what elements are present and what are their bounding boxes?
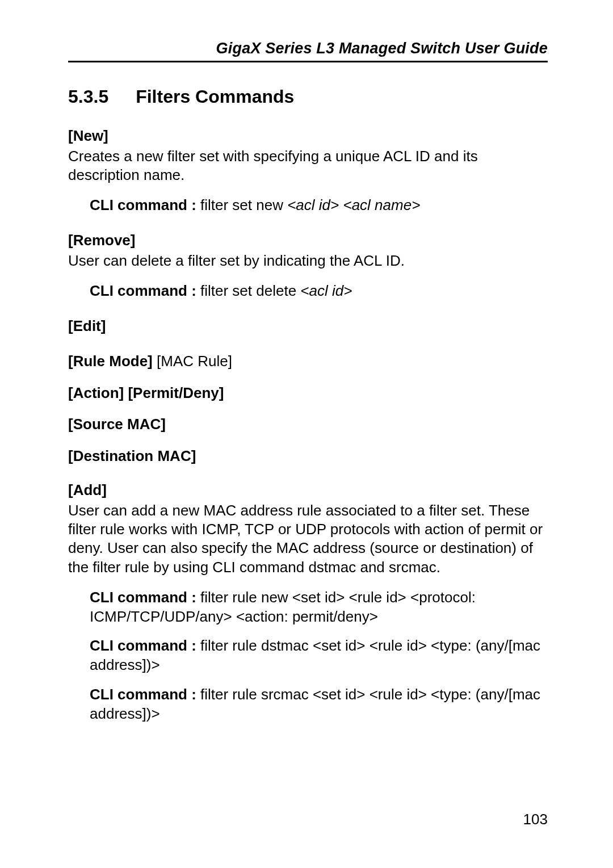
command-add-desc: User can add a new MAC address rule asso… [68,501,548,577]
command-new-desc: Creates a new filter set with specifying… [68,147,548,185]
cli-args: <acl id> <acl name> [287,196,420,213]
page-number: 103 [523,811,548,828]
command-add: [Add] User can add a new MAC address rul… [68,481,548,724]
cli-cmd: filter set new [200,196,287,213]
cli-add-srcmac: CLI command : filter rule srcmac <set id… [90,685,548,724]
command-edit: [Edit] [68,317,548,336]
rule-mode-label: [Rule Mode] [68,353,157,370]
command-source-mac: [Source MAC] [68,415,548,434]
document-page: GigaX Series L3 Managed Switch User Guid… [0,0,613,868]
cli-cmd: filter set delete [200,282,300,299]
command-remove: [Remove] User can delete a filter set by… [68,231,548,301]
command-action: [Action] [Permit/Deny] [68,384,548,403]
running-header: GigaX Series L3 Managed Switch User Guid… [68,40,548,62]
cli-label: CLI command : [90,637,200,654]
command-new: [New] Creates a new filter set with spec… [68,127,548,215]
cli-new: CLI command : filter set new <acl id> <a… [90,196,548,215]
cli-label: CLI command : [90,282,200,299]
cli-label: CLI command : [90,589,200,606]
command-remove-desc: User can delete a filter set by indicati… [68,251,548,270]
command-add-title: [Add] [68,481,548,500]
cli-label: CLI command : [90,196,200,213]
cli-add-new: CLI command : filter rule new <set id> <… [90,588,548,627]
cli-add-dstmac: CLI command : filter rule dstmac <set id… [90,636,548,675]
cli-remove: CLI command : filter set delete <acl id> [90,282,548,301]
rule-mode-value: [MAC Rule] [157,353,232,370]
command-new-title: [New] [68,127,548,146]
section-heading: 5.3.5Filters Commands [68,86,548,107]
cli-label: CLI command : [90,686,200,703]
command-rule-mode: [Rule Mode] [MAC Rule] [68,352,548,371]
command-destination-mac: [Destination MAC] [68,447,548,466]
cli-args: <acl id> [300,282,352,299]
section-number: 5.3.5 [68,86,108,107]
command-remove-title: [Remove] [68,231,548,250]
section-title: Filters Commands [136,86,294,107]
